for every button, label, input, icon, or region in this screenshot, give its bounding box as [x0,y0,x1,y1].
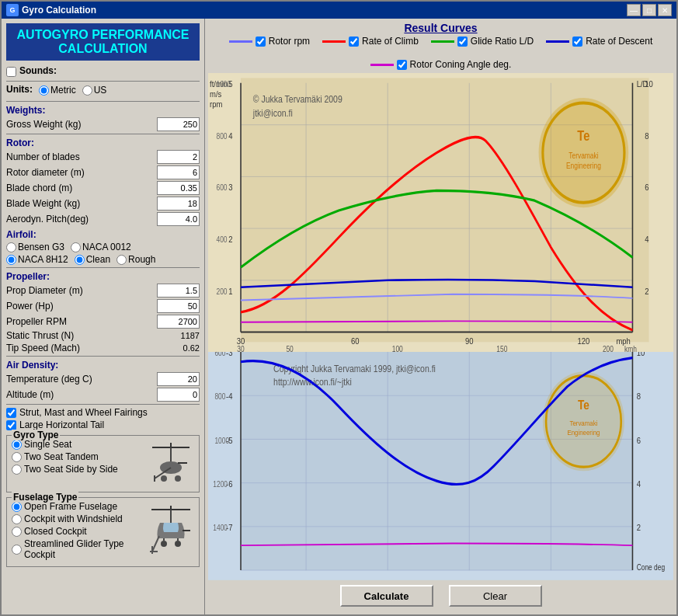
altitude-input[interactable] [157,388,200,402]
legend-rotor-rpm-line [229,40,252,43]
svg-point-7 [175,475,181,482]
legend-rate-climb-check[interactable] [349,37,359,47]
legend-glide-ratio-check[interactable] [457,37,468,47]
sounds-label: Sounds: [19,65,57,76]
result-curves-title: Result Curves [404,22,477,34]
svg-text:m/s: m/s [210,89,221,99]
maximize-button[interactable]: □ [642,4,656,16]
static-thrust-value: 1187 [157,331,200,340]
bottom-chart: -3 -4 -5 -6 -7 600 800 1000 1200 1400 [208,352,673,580]
svg-text:-4: -4 [226,392,233,402]
svg-text:50: 50 [286,345,293,352]
legend-coning-angle-check[interactable] [397,60,407,70]
single-seat-radio[interactable] [12,440,22,450]
blade-weight-row: Blade Weight (kg) [6,197,200,211]
temperature-input[interactable] [157,372,200,386]
airfoil-bensen-radio[interactable] [6,242,16,252]
units-metric-radio[interactable] [39,85,49,96]
airfoil-naca8h12-radio[interactable] [6,255,16,265]
static-thrust-row: Static Thrust (N) 1187 [6,330,200,341]
svg-text:Engineering: Engineering [566,162,601,170]
static-thrust-label: Static Thrust (N) [6,330,157,341]
minimize-button[interactable]: — [627,4,641,16]
legend-coning-angle-label: Rotor Coning Angle deg. [410,59,512,70]
streamlined-cockpit-row: Streamlined Glider Type Cockpit [12,538,144,560]
fuselage-type-title: Fuselage Type [12,492,78,503]
clear-button[interactable]: Clear [449,585,542,607]
streamlined-cockpit-radio[interactable] [12,545,22,555]
sounds-checkbox[interactable] [6,67,16,77]
airfoil-naca0012-label[interactable]: NACA 0012 [71,242,131,252]
legend-rotor-rpm-check[interactable] [256,37,266,47]
cockpit-windshield-row: Cockpit with Windshield [12,513,144,524]
units-us-label[interactable]: US [82,85,107,96]
single-seat-row: Single Seat [12,439,144,450]
horizontal-tail-row: Large Horizontal Tail [6,419,200,430]
airfoil-naca8h12-label[interactable]: NACA 8H12 [6,254,68,265]
svg-text:800: 800 [217,132,228,141]
svg-text:100: 100 [392,345,403,352]
svg-text:Te: Te [578,398,589,412]
two-seat-tandem-row: Two Seat Tandem [12,451,144,462]
svg-text:Tervamaki: Tervamaki [568,152,598,161]
open-frame-radio[interactable] [12,502,22,512]
airfoil-label: Airfoil: [6,229,200,240]
temperature-label: Temperature (deg C) [6,374,157,385]
airfoil-bensen-label[interactable]: Bensen G3 [6,242,64,252]
gross-weight-input[interactable] [157,117,200,131]
blade-weight-input[interactable] [157,197,200,211]
result-curves-header: Result Curves Rotor rpm [208,22,673,70]
airfoil-clean-radio[interactable] [75,255,85,265]
main-window: G Gyro Calculation — □ ✕ AUTOGYRO PERFOR… [0,0,678,616]
close-button[interactable]: ✕ [658,4,672,16]
units-us-radio[interactable] [82,85,92,96]
top-chart: ft/min m/s rpm 5 4 3 2 1 1000 800 600 [208,73,673,352]
svg-text:4: 4 [645,234,648,244]
main-content: AUTOGYRO PERFORMANCE CALCULATION Sounds:… [2,19,676,614]
airfoil-rough-label[interactable]: Rough [116,254,155,265]
svg-text:Cone deg: Cone deg [637,563,665,572]
airfoil-naca0012-radio[interactable] [71,242,81,252]
svg-text:10: 10 [637,352,645,357]
svg-text:600: 600 [217,184,228,193]
rotor-label: Rotor: [6,137,200,148]
closed-cockpit-radio[interactable] [12,527,22,537]
cockpit-windshield-radio[interactable] [12,514,22,524]
aerodyn-pitch-row: Aerodyn. Pitch(deg) [6,212,200,226]
rotor-blades-input[interactable] [157,150,200,164]
two-seat-tandem-radio[interactable] [12,452,22,462]
two-seat-side-radio[interactable] [12,465,22,475]
svg-text:4: 4 [637,479,641,489]
power-input[interactable] [157,299,200,313]
units-metric-label[interactable]: Metric [39,85,76,96]
svg-text:rpm: rpm [210,99,222,109]
svg-text:Tervamaki: Tervamaki [569,419,597,427]
blade-chord-input[interactable] [157,181,200,195]
prop-diameter-row: Prop Diameter (m) [6,284,200,298]
svg-text:Engineering: Engineering [567,429,600,437]
prop-rpm-input[interactable] [157,315,200,329]
calculate-button[interactable]: Calculate [340,585,433,607]
svg-text:© Jukka Tervamäki 2009: © Jukka Tervamäki 2009 [253,93,342,104]
legend-rate-descent: Rate of Descent [546,36,652,47]
rotor-diameter-input[interactable] [157,165,200,179]
svg-text:10: 10 [645,78,653,89]
prop-diameter-input[interactable] [157,284,200,298]
svg-text:600: 600 [214,352,225,357]
altitude-row: Altitude (m) [6,388,200,402]
airfoil-rough-radio[interactable] [116,255,127,265]
blade-chord-label: Blade chord (m) [6,183,157,193]
tip-speed-value: 0.62 [157,343,200,353]
legend-rate-descent-check[interactable] [572,37,582,47]
app-title: AUTOGYRO PERFORMANCE CALCULATION [6,23,200,61]
svg-text:kmh: kmh [624,345,637,352]
fairings-checkbox[interactable] [6,408,16,418]
aerodyn-pitch-input[interactable] [157,212,200,226]
legend-rate-climb: Rate of Climb [322,36,419,47]
closed-cockpit-label: Closed Cockpit [24,526,87,537]
airfoil-clean-label[interactable]: Clean [75,254,110,265]
svg-point-15 [161,541,167,547]
fuselage-image [148,501,194,563]
horizontal-tail-checkbox[interactable] [6,420,16,430]
svg-text:Te: Te [577,128,589,144]
